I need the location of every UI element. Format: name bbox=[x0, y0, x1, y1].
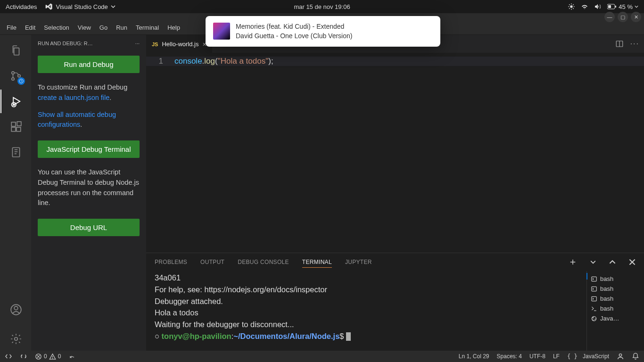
code-editor[interactable]: 1 console.log("Hola a todos"); bbox=[146, 53, 644, 253]
svg-point-27 bbox=[15, 337, 18, 341]
menu-help[interactable]: Help bbox=[164, 22, 184, 33]
volume-icon[interactable] bbox=[594, 3, 602, 10]
eol[interactable]: LF bbox=[553, 353, 560, 360]
menu-view[interactable]: View bbox=[74, 22, 95, 33]
customize-text: To customize Run and Debug create a laun… bbox=[38, 82, 140, 103]
feedback-icon[interactable] bbox=[617, 353, 624, 360]
remote-indicator[interactable] bbox=[5, 353, 12, 360]
settings-gear-icon[interactable] bbox=[4, 327, 28, 351]
maximize-panel-icon[interactable] bbox=[609, 259, 616, 265]
accounts-icon[interactable] bbox=[4, 298, 28, 321]
run-and-debug-button[interactable]: Run and Debug bbox=[38, 56, 140, 73]
panel-debug-console[interactable]: DEBUG CONSOLE bbox=[238, 257, 289, 267]
svg-line-6 bbox=[573, 8, 574, 8]
svg-point-42 bbox=[619, 354, 621, 356]
terminal-instance[interactable]: Java… bbox=[591, 313, 640, 323]
source-control-icon[interactable] bbox=[4, 64, 28, 88]
wifi-icon[interactable] bbox=[581, 3, 588, 10]
terminal-prompt[interactable]: ○ tonyv@hp-pavilion:~/Documentos/Alura/N… bbox=[155, 330, 578, 342]
menu-selection[interactable]: Selection bbox=[40, 22, 73, 33]
svg-rect-34 bbox=[592, 296, 597, 301]
svg-point-13 bbox=[12, 78, 14, 80]
terminal-instance[interactable]: bash bbox=[591, 274, 640, 284]
panel-problems[interactable]: PROBLEMS bbox=[155, 257, 187, 267]
tab-label: Hello-world.js bbox=[162, 41, 198, 48]
svg-point-26 bbox=[14, 306, 18, 310]
extensions-icon[interactable] bbox=[4, 115, 28, 139]
menu-edit[interactable]: Edit bbox=[21, 22, 39, 33]
show-configs-link[interactable]: Show all automatic debug configurations bbox=[38, 111, 116, 129]
run-debug-icon[interactable] bbox=[4, 90, 28, 113]
panel-title: RUN AND DEBUG: R… bbox=[38, 41, 93, 46]
brightness-icon[interactable] bbox=[568, 3, 575, 10]
svg-point-12 bbox=[12, 72, 14, 74]
terminal-cursor bbox=[346, 332, 351, 341]
activities-button[interactable]: Actividades bbox=[6, 3, 37, 10]
new-terminal-icon[interactable] bbox=[569, 258, 577, 266]
panel-more-icon[interactable]: ··· bbox=[135, 41, 140, 46]
create-launch-link[interactable]: create a launch.json file bbox=[38, 94, 109, 101]
media-notification[interactable]: Memories (feat. Kid Cudi) - Extended Dav… bbox=[206, 16, 440, 47]
svg-point-36 bbox=[593, 317, 594, 318]
svg-rect-19 bbox=[17, 127, 21, 132]
close-window-button[interactable]: ✕ bbox=[631, 12, 641, 22]
menu-run[interactable]: Run bbox=[112, 22, 131, 33]
svg-rect-32 bbox=[592, 277, 597, 281]
svg-line-7 bbox=[570, 8, 570, 8]
panel-jupyter[interactable]: JUPYTER bbox=[345, 257, 372, 267]
svg-rect-11 bbox=[615, 6, 616, 8]
menu-terminal[interactable]: Terminal bbox=[132, 22, 163, 33]
tab-hello-world[interactable]: JS Hello-world.js × bbox=[146, 35, 212, 53]
panel-terminal[interactable]: TERMINAL bbox=[302, 257, 332, 268]
svg-line-5 bbox=[570, 4, 570, 5]
svg-rect-17 bbox=[11, 122, 16, 126]
current-app[interactable]: Visual Studio Code bbox=[45, 3, 115, 10]
problems-count[interactable]: 0 0 bbox=[35, 353, 61, 360]
svg-point-41 bbox=[52, 358, 53, 358]
maximize-button[interactable]: ▢ bbox=[618, 12, 628, 22]
clock[interactable]: mar 15 de nov 19:06 bbox=[294, 3, 350, 10]
pending-indicator-icon bbox=[17, 77, 25, 85]
terminal-output[interactable]: 34a061 For help, see: https://nodejs.org… bbox=[146, 271, 586, 351]
svg-rect-18 bbox=[11, 127, 16, 132]
album-art-icon bbox=[213, 23, 230, 40]
show-configs-text: Show all automatic debug configurations. bbox=[38, 110, 140, 131]
svg-rect-21 bbox=[12, 148, 19, 157]
notifications-bell-icon[interactable] bbox=[632, 353, 639, 360]
js-file-icon: JS bbox=[152, 41, 158, 47]
sync-icon[interactable] bbox=[20, 353, 27, 360]
cursor-position[interactable]: Ln 1, Col 29 bbox=[459, 353, 489, 360]
menu-file[interactable]: File bbox=[3, 22, 20, 33]
svg-rect-20 bbox=[17, 122, 21, 126]
notebook-icon[interactable] bbox=[4, 140, 28, 164]
terminal-instance[interactable]: bash bbox=[591, 304, 640, 313]
indentation[interactable]: Spaces: 4 bbox=[497, 353, 522, 360]
vscode-icon bbox=[45, 3, 53, 10]
minimize-button[interactable]: ― bbox=[604, 12, 615, 22]
notif-subtitle: David Guetta - One Love (Club Version) bbox=[236, 31, 352, 41]
chevron-down-icon bbox=[111, 4, 116, 9]
debug-url-button[interactable]: Debug URL bbox=[38, 219, 140, 236]
menu-go[interactable]: Go bbox=[96, 22, 111, 33]
notif-title: Memories (feat. Kid Cudi) - Extended bbox=[236, 22, 352, 31]
split-editor-icon[interactable] bbox=[615, 40, 624, 48]
language-mode[interactable]: { } JavaScript bbox=[567, 353, 609, 360]
js-debug-terminal-text: You can use the JavaScript Debug Termina… bbox=[38, 167, 140, 208]
svg-rect-10 bbox=[608, 5, 611, 8]
close-panel-icon[interactable] bbox=[629, 259, 636, 265]
terminal-instance[interactable]: bash bbox=[591, 294, 640, 304]
encoding[interactable]: UTF-8 bbox=[529, 353, 545, 360]
terminal-instance[interactable]: bash bbox=[591, 284, 640, 294]
activity-bar bbox=[0, 35, 31, 351]
line-number: 1 bbox=[146, 57, 174, 66]
editor-more-icon[interactable]: ··· bbox=[630, 40, 639, 48]
battery-indicator[interactable]: 45 % bbox=[607, 3, 638, 10]
svg-line-8 bbox=[573, 4, 574, 5]
js-debug-terminal-button[interactable]: JavaScript Debug Terminal bbox=[38, 140, 140, 158]
debug-hint-icon[interactable] bbox=[68, 353, 76, 360]
run-debug-panel: RUN AND DEBUG: R… ··· Run and Debug To c… bbox=[31, 35, 146, 351]
svg-rect-33 bbox=[592, 287, 597, 291]
terminal-dropdown-icon[interactable] bbox=[590, 259, 596, 265]
panel-output[interactable]: OUTPUT bbox=[200, 257, 224, 267]
explorer-icon[interactable] bbox=[4, 39, 28, 62]
